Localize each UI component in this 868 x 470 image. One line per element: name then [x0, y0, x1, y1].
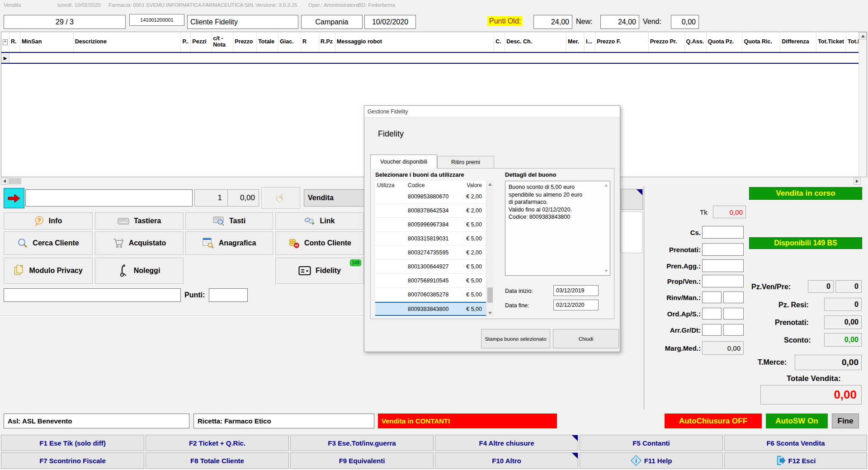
prenotati-field[interactable]: [702, 243, 744, 256]
cs-field[interactable]: [702, 226, 744, 239]
fidelity-card-code-field[interactable]: 141001200001: [129, 14, 184, 26]
rinv-man-field-2[interactable]: [723, 291, 744, 303]
tasti-button[interactable]: Tasti: [185, 212, 273, 230]
col-header[interactable]: Giac.: [278, 32, 301, 52]
conto-cliente-button[interactable]: Conto Cliente: [275, 231, 364, 255]
scroll-down-icon[interactable]: [486, 310, 494, 317]
voucher-list-scrollbar[interactable]: [486, 181, 494, 317]
fkey-f11[interactable]: i F11 Help: [580, 452, 723, 469]
ord-ap-field-1[interactable]: [702, 308, 722, 320]
col-header[interactable]: Q.Ass.: [685, 32, 707, 52]
pren-agg-field[interactable]: [702, 259, 744, 272]
region-field[interactable]: Campania: [301, 15, 363, 29]
date-field[interactable]: 10/02/2020: [364, 15, 416, 29]
arr-gr-field-2[interactable]: [723, 324, 744, 336]
product-entry-input[interactable]: [25, 189, 193, 207]
partially-hidden-button[interactable]: [621, 189, 643, 210]
col-header[interactable]: I...: [585, 32, 595, 52]
dialog-title-bar[interactable]: Gestione Fidelity: [364, 106, 620, 118]
fkey-f10[interactable]: F10 Altro: [435, 452, 578, 469]
col-header[interactable]: Quota Ric.: [742, 32, 780, 52]
autochiusura-toggle[interactable]: AutoChiusura OFF: [665, 414, 762, 428]
noleggi-button[interactable]: Noleggi: [95, 258, 184, 284]
col-header[interactable]: Desc. Ch.: [505, 32, 566, 52]
confirm-hand-button[interactable]: ☞: [261, 187, 300, 209]
vendita-contanti-banner[interactable]: Vendita in CONTANTI: [378, 414, 557, 428]
ord-ap-field-2[interactable]: [723, 308, 744, 320]
fkey-f6[interactable]: F6 Sconta Vendita: [724, 435, 867, 451]
customer-note-input[interactable]: [4, 288, 181, 302]
stampa-buono-button[interactable]: Stampa buono selezionato: [481, 329, 550, 348]
ricetta-field[interactable]: Ricetta: Farmaco Etico: [193, 414, 374, 428]
chiudi-button[interactable]: Chiudi: [553, 329, 619, 348]
fkey-f7[interactable]: F7 Scontrino Fiscale: [1, 452, 144, 469]
col-header[interactable]: Totale: [257, 32, 278, 52]
tab-ritiro-premi[interactable]: Ritiro premi: [437, 156, 494, 169]
punti-input[interactable]: [209, 288, 248, 302]
grid-vertical-scrollbar[interactable]: [859, 32, 867, 176]
voucher-row[interactable]: 8009853880670€ 2,00: [375, 190, 494, 204]
col-header[interactable]: C.: [494, 32, 505, 52]
col-header[interactable]: Tot.Ticket: [816, 32, 846, 52]
scroll-thumb[interactable]: [487, 287, 493, 303]
voucher-row-selected[interactable]: 8009383843800€ 5,00: [375, 302, 494, 316]
fkey-f12[interactable]: F12 Esci: [724, 452, 867, 469]
col-header[interactable]: c/t - Nota: [212, 32, 233, 52]
col-header[interactable]: Quota Pz.: [707, 32, 743, 52]
col-header[interactable]: Prezzo F.: [595, 32, 649, 52]
sale-mode-dropdown[interactable]: Vendita: [304, 189, 368, 207]
col-header[interactable]: Descrizione: [74, 32, 181, 52]
col-header[interactable]: R: [301, 32, 319, 52]
rinv-man-field-1[interactable]: [702, 291, 722, 303]
acquistato-button[interactable]: Acquistato: [95, 231, 184, 255]
col-header[interactable]: P..: [181, 32, 191, 52]
fine-button[interactable]: Fine: [832, 414, 859, 428]
fkey-f4[interactable]: F4 Altre chiusure: [435, 435, 578, 451]
fkey-f3[interactable]: F3 Ese.Tot/inv.guerra: [290, 435, 434, 451]
confirm-arrow-button[interactable]: [4, 188, 24, 208]
voucher-row[interactable]: 8003274735595€ 2,00: [375, 246, 494, 260]
col-header[interactable]: Mer.: [566, 32, 585, 52]
prop-ven-field[interactable]: [702, 275, 744, 287]
tab-voucher-disponibili[interactable]: Voucher disponibili: [370, 155, 437, 169]
modulo-privacy-button[interactable]: Modulo Privacy: [4, 258, 93, 284]
col-header[interactable]: Pezzi: [191, 32, 212, 52]
col-header[interactable]: R.Pz: [319, 32, 335, 52]
anagrafica-button[interactable]: Anagrafica: [185, 231, 273, 255]
voucher-row[interactable]: 8005996967384€ 5,00: [375, 218, 494, 232]
voucher-row[interactable]: 8007568910545€ 5,00: [375, 274, 494, 288]
col-header[interactable]: Prezzo: [233, 32, 257, 52]
tastiera-button[interactable]: Tastiera: [95, 212, 184, 230]
scroll-down-icon[interactable]: [604, 270, 608, 273]
arr-gr-field-1[interactable]: [702, 324, 722, 336]
scroll-up-icon[interactable]: [486, 181, 494, 188]
cerca-cliente-button[interactable]: Cerca Cliente: [4, 231, 93, 255]
link-button[interactable]: Link: [275, 212, 364, 230]
col-header[interactable]: Differenza: [780, 32, 816, 52]
scroll-up-icon[interactable]: [604, 184, 608, 187]
info-button[interactable]: ? Info: [4, 212, 93, 230]
fkey-f9[interactable]: F9 Equivalenti: [290, 452, 434, 469]
fkey-f1[interactable]: F1 Ese Tik (solo diff): [1, 435, 144, 451]
data-inizio-field[interactable]: 03/12/2019: [553, 285, 599, 296]
expand-all-icon[interactable]: +: [1, 32, 9, 52]
col-header[interactable]: MinSan: [20, 32, 74, 52]
asl-field[interactable]: Asl: ASL Benevento: [4, 414, 189, 428]
voucher-row[interactable]: 8007060385278€ 5,00: [375, 288, 494, 302]
col-header[interactable]: R.: [9, 32, 20, 52]
data-fine-field[interactable]: 02/12/2020: [553, 300, 599, 310]
grid-current-row[interactable]: ▶: [1, 53, 867, 64]
fkey-f8[interactable]: F8 Totale Cliente: [146, 452, 289, 469]
voucher-details-box[interactable]: Buono sconto di 5,00 euro spendibile su …: [505, 181, 610, 276]
scroll-up-icon[interactable]: [859, 32, 867, 40]
scroll-right-icon[interactable]: [854, 178, 861, 185]
voucher-row[interactable]: 8008378642534€ 2,00: [375, 204, 494, 218]
voucher-row[interactable]: 8003315819031€ 5,00: [375, 232, 494, 246]
scroll-left-icon[interactable]: [1, 178, 8, 185]
scroll-thumb[interactable]: [9, 178, 21, 184]
autosw-toggle[interactable]: AutoSW On: [766, 414, 828, 428]
voucher-row[interactable]: 8001300644927€ 5,00: [375, 260, 494, 274]
customer-field[interactable]: Cliente Fidelity: [187, 15, 298, 29]
fidelity-button[interactable]: Fidelity 149: [275, 258, 364, 284]
fkey-f5[interactable]: F5 Contanti: [580, 435, 723, 451]
